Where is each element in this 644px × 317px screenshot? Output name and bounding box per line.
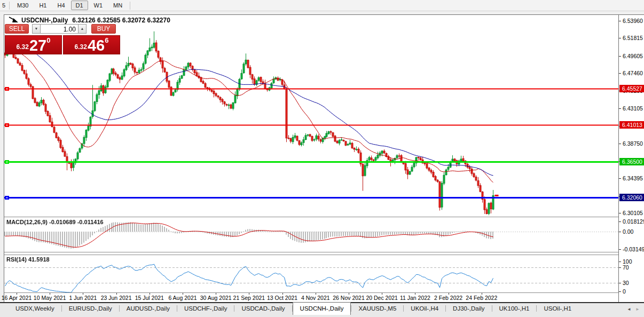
panel-separator: [4, 217, 618, 217]
chart-tab-usdchf-daily[interactable]: USDCHF-,Daily: [177, 303, 234, 315]
price-axis-tick-label: 6.47460: [623, 70, 644, 76]
macd-axis-label: 0.00: [623, 228, 644, 235]
date-axis-label: 21 Sep 2021: [233, 295, 265, 301]
axis-tick-mark: [619, 108, 621, 109]
chart-ohlc-quotes: 6.32126 6.32585 6.32072 6.32270: [72, 17, 170, 24]
axis-tick-mark: [619, 144, 621, 144]
volume-input[interactable]: 1.00: [41, 24, 78, 34]
date-tick-mark: [150, 293, 150, 295]
date-tick-mark: [116, 293, 117, 295]
axis-tick-mark: [619, 283, 621, 283]
rsi-axis-label: 30: [623, 280, 644, 286]
price-axis-tick-label: 6.30105: [623, 210, 644, 216]
buy-price-box[interactable]: 6.32 46 6: [63, 35, 120, 54]
axis-tick-mark: [619, 249, 621, 250]
date-axis-label: 6 Aug 2021: [168, 295, 197, 301]
rsi-indicator-canvas[interactable]: [4, 255, 618, 292]
axis-tick-mark: [619, 178, 621, 179]
date-axis-label: 10 May 2021: [34, 295, 66, 301]
hline-price-badge: 6.36500: [619, 158, 644, 165]
hline-price-badge: 6.41013: [619, 121, 644, 129]
buy-price-base: 6.32: [75, 43, 87, 51]
axis-tick-mark: [619, 56, 621, 57]
tab-scroll-left-icon[interactable]: ◄: [627, 307, 631, 312]
chart-symbol-period: USDCNH-,Daily: [21, 17, 68, 24]
date-axis-label: 23 Jun 2021: [101, 295, 132, 301]
axis-tick-mark: [619, 73, 621, 74]
macd-axis-label: 0.018129: [623, 218, 644, 225]
price-axis-tick-label: 6.49605: [623, 53, 644, 59]
date-axis-label: 2 Feb 2022: [434, 295, 462, 301]
date-tick-mark: [316, 293, 316, 295]
date-axis-label: 24 Feb 2022: [466, 295, 497, 301]
date-axis-label: 15 Jul 2021: [135, 295, 164, 301]
volume-decrease-button[interactable]: ▼: [32, 24, 41, 34]
chart-tab-usdcnh-daily[interactable]: USDCNH-,Daily: [293, 302, 351, 315]
date-axis-label: 1 Jun 2021: [69, 295, 97, 301]
price-axis-tick-label: 6.43105: [623, 105, 644, 112]
timeframe-button-mn[interactable]: MN: [108, 1, 127, 10]
buy-price-pips: 46: [88, 38, 105, 53]
toolbar-separator: [130, 2, 130, 10]
chart-tab-usoil-h1[interactable]: USOil-,H1: [537, 303, 578, 315]
price-axis: 6.539606.518156.496056.474606.452506.431…: [618, 15, 644, 302]
date-tick-mark: [482, 293, 482, 295]
chart-tab-usdcad-daily[interactable]: USDCAD-,Daily: [234, 303, 292, 315]
chart-tab-xauusd-m5[interactable]: XAUUSD-,M5: [351, 303, 403, 315]
chart-tab-usdx-weekly[interactable]: USDX,Weekly: [9, 303, 61, 315]
chart-tab-ukoil-h4[interactable]: UKOil-,H4: [404, 303, 445, 315]
date-tick-mark: [382, 293, 382, 295]
timeframe-toolbar: 5 M30H1H4D1W1MN: [0, 0, 644, 11]
timeframe-button-m30[interactable]: M30: [12, 1, 33, 10]
timeframe-button-h4[interactable]: H4: [52, 1, 69, 10]
sell-price-base: 6.32: [17, 43, 29, 51]
chart-tab-audusd-daily[interactable]: AUDUSD-,Daily: [120, 303, 177, 315]
axis-tick-mark: [619, 232, 621, 232]
volume-increase-button[interactable]: ▲: [78, 24, 87, 34]
date-axis-label: 4 Nov 2021: [301, 295, 330, 301]
buy-price-point: 6: [105, 36, 108, 44]
rsi-axis-label: 0: [623, 288, 644, 295]
chart-window: 16 Apr 202110 May 20211 Jun 202123 Jun 2…: [4, 14, 644, 302]
date-tick-mark: [282, 293, 283, 295]
date-tick-mark: [449, 293, 449, 295]
date-tick-mark: [216, 293, 216, 295]
chart-tab-bar: USDX,WeeklyEURUSD-,DailyAUDUSD-,DailyUSD…: [0, 302, 644, 317]
one-click-trading-panel: SELL ▼ 1.00 ▲ BUY 6.32 27 0 6.32 46 6: [5, 24, 121, 54]
date-tick-mark: [50, 293, 50, 295]
date-tick-mark: [415, 293, 415, 295]
hline-price-badge: 6.45527: [619, 85, 644, 92]
date-axis-label: 16 Apr 2021: [2, 295, 32, 301]
price-axis-tick-label: 6.53960: [623, 18, 644, 24]
tab-scroll-right-icon[interactable]: ►: [635, 307, 640, 312]
buy-button[interactable]: BUY: [91, 24, 116, 34]
price-axis-tick-label: 6.34395: [623, 175, 644, 181]
price-axis-tick-label: 6.51815: [623, 35, 644, 41]
chart-title: USDCNH-,Daily 6.32126 6.32585 6.32072 6.…: [9, 17, 170, 24]
axis-tick-mark: [619, 261, 621, 262]
sell-button[interactable]: SELL: [5, 24, 29, 34]
chart-tab-eurusd-daily[interactable]: EURUSD-,Daily: [62, 303, 119, 315]
hline-price-badge: 6.32060: [619, 194, 644, 201]
timeframe-button-h1[interactable]: H1: [34, 1, 51, 10]
axis-tick-mark: [619, 291, 621, 292]
timeframe-button-d1[interactable]: D1: [71, 1, 88, 10]
mt4-terminal: { "toolbar": { "partial_item": "5", "ite…: [0, 0, 644, 317]
chart-tab-uk100-h1[interactable]: UK100-,H1: [492, 303, 537, 315]
sell-price-box[interactable]: 6.32 27 0: [5, 35, 62, 54]
date-tick-mark: [183, 293, 183, 295]
chart-tab-dj30-daily[interactable]: DJ30-,Daily: [446, 303, 491, 315]
axis-tick-mark: [619, 221, 621, 222]
timeframe-button-w1[interactable]: W1: [89, 1, 108, 10]
sell-price-point: 0: [46, 36, 50, 44]
axis-tick-mark: [619, 267, 621, 268]
axis-tick-mark: [619, 38, 621, 38]
rsi-axis-label: 70: [623, 264, 644, 271]
macd-axis-label: -0.031495: [623, 246, 644, 252]
axis-tick-mark: [619, 21, 621, 21]
date-tick-mark: [249, 293, 249, 295]
date-tick-mark: [17, 293, 17, 295]
timeframe-button-m5-partial[interactable]: 5: [1, 1, 6, 10]
chart-pointer-icon: [9, 17, 19, 24]
date-axis-label: 20 Dec 2021: [366, 295, 398, 301]
